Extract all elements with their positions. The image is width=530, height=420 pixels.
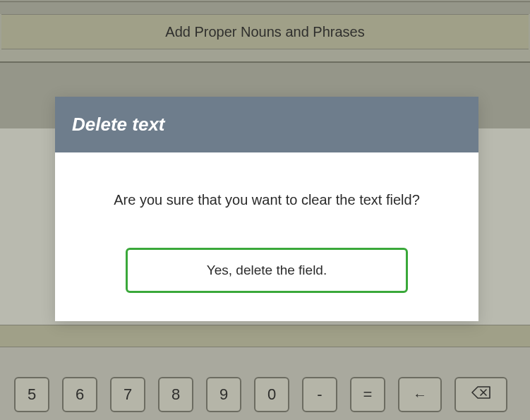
modal-title: Delete text <box>72 114 165 135</box>
modal-message: Are you sure that you want to clear the … <box>72 192 462 208</box>
modal-header: Delete text <box>55 97 478 152</box>
confirm-delete-button[interactable]: Yes, delete the field. <box>126 248 408 293</box>
delete-text-modal: Delete text Are you sure that you want t… <box>55 97 478 321</box>
modal-body: Are you sure that you want to clear the … <box>55 152 478 321</box>
page-container: Add Proper Nouns and Phrases 5 6 7 8 9 0… <box>0 0 530 420</box>
